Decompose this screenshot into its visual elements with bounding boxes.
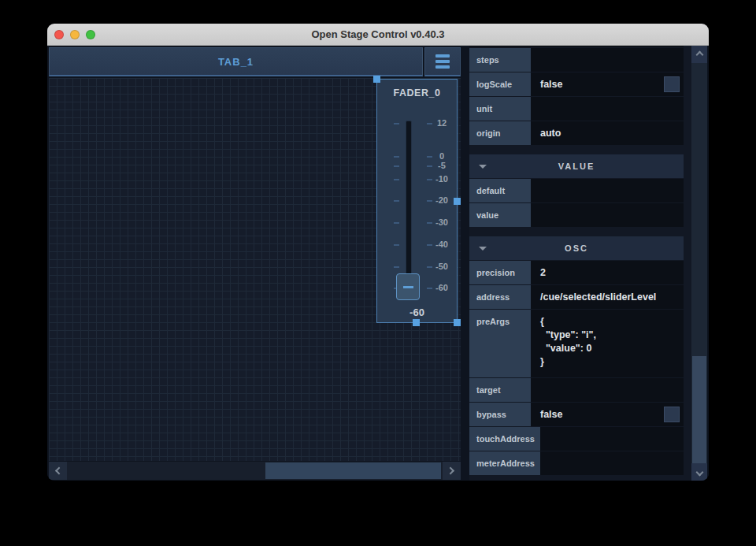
- property-value-address[interactable]: /cue/selected/sliderLevel: [532, 285, 684, 309]
- tick-dash-left: [394, 266, 399, 268]
- bypass-checkbox[interactable]: [664, 407, 680, 422]
- property-row-value: value: [469, 203, 684, 227]
- menu-button[interactable]: [424, 47, 461, 76]
- property-value-steps[interactable]: [532, 48, 684, 72]
- section-header-osc[interactable]: OSC: [469, 236, 684, 260]
- property-label-meterAddress: meterAddress: [469, 451, 540, 475]
- fader-knob[interactable]: [396, 273, 420, 300]
- property-row-preArgs: preArgs{ "type": "i", "value": 0 }: [469, 310, 684, 377]
- property-row-bypass: bypassfalse: [469, 403, 684, 426]
- logScale-checkbox[interactable]: [664, 76, 680, 92]
- property-label-logScale: logScale: [469, 72, 531, 96]
- property-label-unit: unit: [469, 97, 531, 121]
- property-label-value: value: [469, 203, 531, 227]
- tab-label: TAB_1: [50, 48, 422, 75]
- property-value-bypass[interactable]: false: [532, 403, 684, 426]
- property-label-origin: origin: [469, 121, 531, 145]
- section-header-value[interactable]: VALUE: [469, 154, 684, 178]
- property-label-precision: precision: [469, 261, 531, 284]
- tick-dash-left: [394, 200, 399, 202]
- tick-label: -50: [428, 262, 456, 271]
- tick-label: 12: [428, 118, 456, 128]
- chevron-right-icon: [447, 467, 454, 475]
- tick-label: -20: [428, 195, 456, 205]
- property-value-preArgs[interactable]: { "type": "i", "value": 0 }: [532, 310, 684, 377]
- tick-label: 0: [428, 151, 456, 161]
- property-value-target[interactable]: [532, 378, 684, 402]
- editor-canvas[interactable]: FADER_0 120-5-10-20-30-40-50-60 -60: [49, 78, 461, 461]
- resize-handle-middle-right[interactable]: [454, 198, 461, 205]
- window-title: Open Stage Control v0.40.3: [47, 24, 709, 46]
- tick-label: -30: [428, 217, 456, 227]
- section-header-label: VALUE: [558, 162, 595, 171]
- property-value-logScale[interactable]: false: [532, 72, 684, 96]
- desktop: Open Stage Control v0.40.3 TAB_1 FADER_0…: [0, 0, 756, 546]
- titlebar[interactable]: Open Stage Control v0.40.3: [47, 24, 709, 46]
- fader-track[interactable]: [406, 121, 412, 299]
- tick-label: -10: [428, 174, 456, 184]
- fader-label: FADER_0: [377, 87, 457, 98]
- resize-handle-bottom-right[interactable]: [454, 319, 461, 326]
- property-value-touchAddress[interactable]: [542, 427, 684, 451]
- tick-label: -60: [428, 283, 456, 292]
- tab-tab1[interactable]: TAB_1: [49, 47, 423, 76]
- chevron-down-icon: [695, 468, 703, 476]
- tick-dash-left: [394, 222, 399, 224]
- vertical-scrollbar[interactable]: [691, 46, 707, 481]
- collapse-triangle-icon: [479, 247, 487, 251]
- property-value-unit[interactable]: [532, 97, 684, 121]
- horizontal-scroll-thumb[interactable]: [265, 462, 441, 479]
- vertical-scroll-thumb[interactable]: [692, 356, 706, 463]
- property-row-steps: steps: [469, 48, 684, 72]
- scroll-down-button[interactable]: [691, 463, 707, 481]
- tick-label: -40: [428, 240, 456, 249]
- hamburger-icon: [435, 54, 450, 69]
- section-header-label: OSC: [565, 243, 588, 253]
- property-row-target: target: [469, 378, 684, 402]
- collapse-triangle-icon: [479, 165, 487, 169]
- scroll-right-button[interactable]: [443, 462, 461, 480]
- fader-value: -60: [377, 306, 457, 318]
- property-row-precision: precision2: [469, 261, 684, 284]
- property-value-default[interactable]: [532, 179, 684, 202]
- property-row-address: address/cue/selected/sliderLevel: [469, 285, 684, 309]
- property-label-address: address: [469, 285, 531, 309]
- horizontal-scrollbar[interactable]: [49, 462, 461, 480]
- tick-dash-left: [394, 244, 399, 246]
- properties-rows: stepslogScalefalseunitoriginautoVALUEdef…: [469, 48, 684, 476]
- resize-handle-top-left[interactable]: [373, 76, 380, 83]
- property-value-precision[interactable]: 2: [532, 261, 684, 284]
- scroll-left-button[interactable]: [49, 462, 67, 480]
- fader-widget[interactable]: FADER_0 120-5-10-20-30-40-50-60 -60: [376, 79, 458, 323]
- property-label-bypass: bypass: [469, 403, 531, 426]
- chevron-left-icon: [55, 467, 63, 475]
- properties-panel: stepslogScalefalseunitoriginautoVALUEdef…: [469, 46, 691, 481]
- app-window: Open Stage Control v0.40.3 TAB_1 FADER_0…: [47, 24, 709, 481]
- property-label-steps: steps: [469, 48, 531, 72]
- property-label-target: target: [469, 378, 531, 402]
- property-row-logScale: logScalefalse: [469, 72, 684, 96]
- property-label-preArgs: preArgs: [469, 310, 531, 377]
- property-row-meterAddress: meterAddress: [469, 451, 684, 475]
- property-row-default: default: [469, 179, 684, 202]
- tick-dash-left: [394, 165, 399, 167]
- property-label-default: default: [469, 179, 531, 202]
- resize-handle-bottom-center[interactable]: [413, 319, 420, 326]
- property-value-origin[interactable]: auto: [532, 121, 684, 145]
- property-row-unit: unit: [469, 97, 684, 121]
- tick-dash-left: [394, 123, 399, 124]
- tick-dash-left: [394, 179, 399, 180]
- property-value-meterAddress[interactable]: [542, 451, 684, 475]
- scroll-up-button[interactable]: [691, 46, 707, 63]
- property-label-touchAddress: touchAddress: [469, 427, 540, 451]
- property-row-origin: originauto: [469, 121, 684, 145]
- app-content: TAB_1 FADER_0 120-5-10-20-30-40-50-60 -6…: [47, 46, 709, 481]
- clipped-row: [469, 46, 684, 47]
- chevron-up-icon: [695, 50, 703, 58]
- tick-label: -5: [428, 161, 456, 170]
- property-value-value[interactable]: [532, 203, 684, 227]
- tick-dash-left: [394, 156, 399, 158]
- property-row-touchAddress: touchAddress: [469, 427, 684, 451]
